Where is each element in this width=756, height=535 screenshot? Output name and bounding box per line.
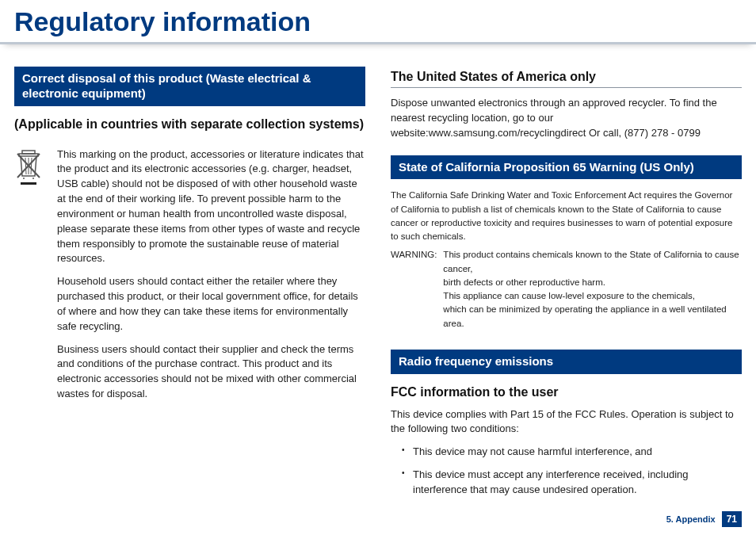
svg-rect-9: [21, 182, 36, 185]
fcc-intro: This device complies with Part 15 of the…: [391, 407, 742, 438]
svg-rect-1: [19, 154, 38, 156]
disposal-p3: Business users should contact their supp…: [57, 342, 365, 402]
usa-text: Dispose unwanted electronics through an …: [391, 96, 742, 141]
warn-line-1: This product contains chemicals known to…: [443, 248, 742, 276]
warn-line-2: birth defects or other reproductive harm…: [443, 276, 742, 289]
svg-line-4: [31, 158, 32, 174]
warning-lines: This product contains chemicals known to…: [443, 248, 742, 331]
california-warning: WARNING: This product contains chemicals…: [391, 248, 742, 331]
svg-line-2: [25, 158, 26, 174]
footer-chapter: 5. Appendix: [666, 514, 716, 524]
page-title: Regulatory information: [0, 0, 756, 44]
weee-bin-icon: [14, 147, 46, 411]
disposal-p2: Household users should contact either th…: [57, 274, 365, 334]
warn-line-4: which can be minimized by operating the …: [443, 303, 742, 331]
subheading-applicable: (Applicable in countries with separate c…: [14, 117, 365, 132]
usa-heading: The United States of America only: [391, 70, 742, 88]
warning-label: WARNING:: [391, 248, 437, 331]
section-rf-heading: Radio frequency emissions: [391, 350, 742, 374]
fcc-heading: FCC information to the user: [391, 385, 742, 399]
page-number: 71: [722, 511, 742, 527]
disposal-block: This marking on the product, accessories…: [14, 147, 365, 411]
california-p1: The California Safe Drinking Water and T…: [391, 189, 742, 243]
fcc-bullet-2: This device must accept any interference…: [402, 468, 742, 498]
content-columns: Correct disposal of this product (Waste …: [0, 59, 756, 506]
warn-line-3: This appliance can cause low-level expos…: [443, 289, 742, 303]
page-footer: 5. Appendix 71: [666, 511, 742, 527]
fcc-bullets: This device may not cause harmful interf…: [391, 445, 742, 498]
section-disposal-heading: Correct disposal of this product (Waste …: [14, 67, 365, 106]
left-column: Correct disposal of this product (Waste …: [14, 59, 365, 506]
right-column: The United States of America only Dispos…: [391, 59, 742, 506]
disposal-p1: This marking on the product, accessories…: [57, 147, 365, 267]
disposal-text: This marking on the product, accessories…: [57, 147, 365, 411]
section-california-heading: State of California Proposition 65 Warni…: [391, 155, 742, 180]
fcc-bullet-1: This device may not cause harmful interf…: [402, 445, 742, 460]
